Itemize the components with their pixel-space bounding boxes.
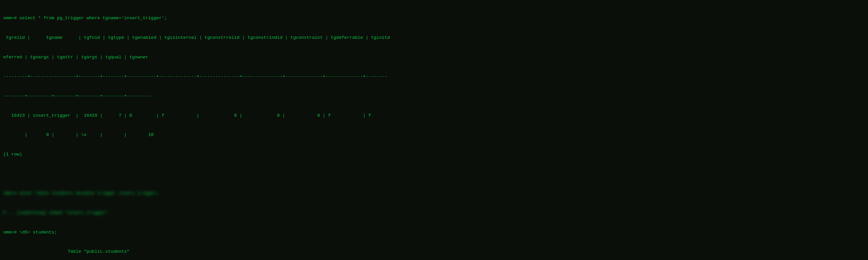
- line-12: omm=# \dS+ students;: [3, 229, 865, 236]
- line-5: --------+---------+--------+--------+---…: [3, 93, 865, 99]
- blurred-text-1: omm=# alter table students disable trigg…: [3, 190, 159, 197]
- line-4: ---------+-----------------+--------+---…: [3, 73, 865, 80]
- line-8: (1 row): [3, 151, 865, 158]
- line-11-blurred: F... [something] named "insert_trigger" …: [3, 210, 865, 216]
- line-6: 16423 | insert_trigger | 16429 | 7 | D |…: [3, 112, 865, 119]
- line-13: Table "public.students": [3, 249, 865, 255]
- terminal-window: omm=# select * from pg_trigger where tgn…: [0, 0, 868, 260]
- line-7: | 0 | | \x | | 10: [3, 132, 865, 138]
- line-2: tgrelid | tgname | tgfoid | tgtype | tge…: [3, 34, 865, 41]
- line-9: [3, 171, 865, 177]
- line-10-blurred: omm=# alter table students disable trigg…: [3, 190, 865, 197]
- blurred-text-2: F... [something] named "insert_trigger" …: [3, 210, 113, 216]
- line-1: omm=# select * from pg_trigger where tgn…: [3, 15, 865, 22]
- line-3: eferred | tgnargs | tgattr | tgargs | tg…: [3, 54, 865, 61]
